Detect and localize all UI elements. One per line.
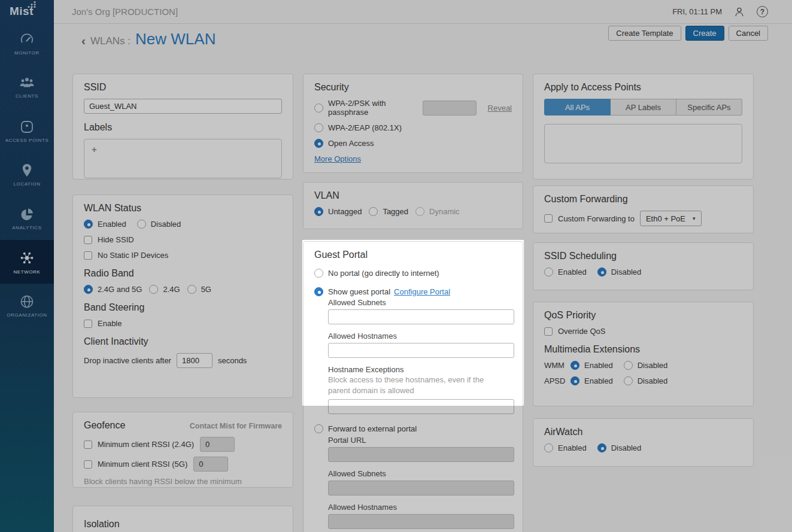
- radio-label: Show guest portal: [328, 287, 390, 296]
- no-portal-radio[interactable]: No portal (go directly to internet): [314, 269, 439, 278]
- sidebar-item-monitor[interactable]: MONITOR: [0, 22, 54, 65]
- apply-aps-card: Apply to Access Points All APs AP Labels…: [533, 74, 754, 180]
- vlan-dynamic-radio[interactable]: Dynamic: [415, 207, 460, 216]
- airwatch-disabled-radio[interactable]: Disabled: [597, 443, 642, 452]
- radio-dot: [597, 443, 606, 452]
- network-icon: [18, 249, 36, 267]
- ap-segmented-control: All APs AP Labels Specific APs: [544, 99, 742, 115]
- mist-logo[interactable]: Mist: [0, 0, 54, 22]
- wlan-disabled-radio[interactable]: Disabled: [137, 220, 181, 229]
- wmm-disabled-radio[interactable]: Disabled: [624, 361, 668, 370]
- allowed-subnets-input[interactable]: [328, 309, 514, 324]
- apsd-enabled-radio[interactable]: Enabled: [571, 376, 613, 385]
- wpa-eap-radio[interactable]: WPA-2/EAP (802.1X): [314, 123, 402, 132]
- vlan-untagged-radio[interactable]: Untagged: [314, 207, 362, 216]
- labels-box[interactable]: +: [84, 139, 282, 178]
- airwatch-card: AirWatch Enabled Disabled: [533, 418, 754, 467]
- vlan-card: VLAN Untagged Tagged Dynamic: [303, 182, 523, 229]
- tab-all-aps[interactable]: All APs: [544, 99, 611, 115]
- allowed-subnets-label: Allowed Subnets: [328, 298, 512, 307]
- open-access-radio[interactable]: Open Access: [314, 139, 374, 148]
- airwatch-enabled-radio[interactable]: Enabled: [544, 443, 587, 452]
- scheduling-enabled-radio[interactable]: Enabled: [544, 267, 587, 276]
- add-label-icon[interactable]: +: [92, 144, 97, 154]
- ssid-card-title: SSID: [84, 82, 282, 93]
- radio-label: Disabled: [638, 361, 668, 370]
- drop-clients-suffix: seconds: [218, 356, 247, 365]
- drop-clients-prefix: Drop inactive clients after: [84, 356, 171, 365]
- vlan-tagged-radio[interactable]: Tagged: [369, 207, 408, 216]
- create-button[interactable]: Create: [685, 26, 724, 41]
- rssi-5-input[interactable]: [193, 457, 228, 472]
- override-qos-checkbox[interactable]: Override QoS: [544, 327, 605, 336]
- radio-dot: [624, 376, 633, 385]
- allowed-hostnames-input[interactable]: [328, 343, 514, 358]
- forwarding-destination-select[interactable]: Eth0 + PoE ▾: [640, 211, 702, 226]
- sidebar-item-organization[interactable]: ORGANIZATION: [0, 284, 54, 327]
- ext-allowed-hostnames-input[interactable]: [328, 514, 514, 529]
- radio-dot: [571, 376, 579, 385]
- cancel-button[interactable]: Cancel: [729, 26, 768, 41]
- back-chevron-icon[interactable]: ‹: [81, 34, 86, 47]
- rssi-24-checkbox[interactable]: Minimum client RSSI (2.4G): [84, 440, 194, 449]
- qos-title: QoS Priority: [544, 310, 742, 321]
- custom-forwarding-checkbox[interactable]: Custom Forwarding to: [544, 214, 635, 223]
- sidebar: Mist MONITOR CLIENTS ACCESS PO: [0, 0, 54, 532]
- radio-dot: [314, 287, 323, 296]
- checkbox-box: [544, 327, 553, 336]
- tab-specific-aps[interactable]: Specific APs: [676, 99, 742, 115]
- inactivity-seconds-input[interactable]: [177, 353, 213, 368]
- sidebar-item-network[interactable]: NETWORK: [0, 240, 54, 284]
- access-points-icon: [19, 118, 35, 135]
- checkbox-box: [84, 460, 92, 469]
- checkbox-box: [84, 320, 92, 328]
- sidebar-item-access-points[interactable]: ACCESS POINTS: [0, 109, 54, 153]
- geofence-firmware-note: Contact Mist for Firmware: [190, 422, 282, 430]
- sidebar-item-location[interactable]: LOCATION: [0, 153, 54, 196]
- hostname-exceptions-input[interactable]: [328, 399, 514, 414]
- passphrase-input[interactable]: [423, 101, 477, 115]
- hide-ssid-checkbox[interactable]: Hide SSID: [84, 235, 134, 244]
- band-steering-enable-checkbox[interactable]: Enable: [84, 319, 122, 328]
- caret-down-icon: ▾: [693, 215, 696, 221]
- band-24-radio[interactable]: 2.4G: [149, 285, 180, 294]
- scheduling-disabled-radio[interactable]: Disabled: [597, 267, 642, 276]
- radio-label: Disabled: [611, 267, 642, 276]
- ext-allowed-hostnames-label: Allowed Hostnames: [328, 503, 512, 512]
- show-guest-portal-radio[interactable]: Show guest portal: [314, 287, 390, 296]
- ssid-input[interactable]: [84, 99, 282, 114]
- rssi-24-input[interactable]: [200, 437, 235, 452]
- breadcrumb-section[interactable]: WLANs :: [90, 35, 131, 47]
- reveal-link[interactable]: Reveal: [488, 104, 512, 113]
- sidebar-item-analytics[interactable]: ANALYTICS: [0, 196, 54, 240]
- more-options-link[interactable]: More Options: [314, 154, 361, 163]
- sidebar-item-clients[interactable]: CLIENTS: [0, 65, 54, 109]
- band-steering-title: Band Steering: [84, 302, 282, 313]
- band-5-radio[interactable]: 5G: [187, 285, 211, 294]
- help-button[interactable]: ?: [757, 6, 768, 17]
- band-both-radio[interactable]: 2.4G and 5G: [84, 285, 142, 294]
- wpa-psk-radio[interactable]: WPA-2/PSK with passphrase: [314, 99, 417, 117]
- sidebar-item-label: MONITOR: [14, 50, 40, 56]
- ap-selection-box[interactable]: [544, 124, 742, 163]
- portal-url-input[interactable]: [328, 447, 514, 462]
- checkbox-label: Minimum client RSSI (2.4G): [98, 440, 194, 449]
- help-icon: ?: [757, 6, 768, 17]
- wlan-enabled-radio[interactable]: Enabled: [84, 220, 126, 229]
- user-account-button[interactable]: [733, 5, 746, 19]
- ext-allowed-subnets-input[interactable]: [328, 481, 514, 495]
- radio-label: Enabled: [584, 361, 613, 370]
- apsd-disabled-radio[interactable]: Disabled: [624, 376, 668, 385]
- create-template-button[interactable]: Create Template: [608, 26, 681, 41]
- no-static-ip-checkbox[interactable]: No Static IP Devices: [84, 251, 168, 260]
- wmm-enabled-radio[interactable]: Enabled: [571, 361, 613, 370]
- configure-portal-link[interactable]: Configure Portal: [394, 287, 450, 296]
- allowed-hostnames-label: Allowed Hostnames: [328, 332, 512, 341]
- radio-dot: [314, 104, 323, 113]
- radio-label: 5G: [201, 285, 211, 294]
- monitor-gauge-icon: [18, 31, 36, 48]
- user-icon: [733, 5, 746, 19]
- forward-external-radio[interactable]: Forward to external portal: [314, 424, 417, 433]
- tab-ap-labels[interactable]: AP Labels: [611, 99, 676, 115]
- rssi-5-checkbox[interactable]: Minimum client RSSI (5G): [84, 460, 187, 469]
